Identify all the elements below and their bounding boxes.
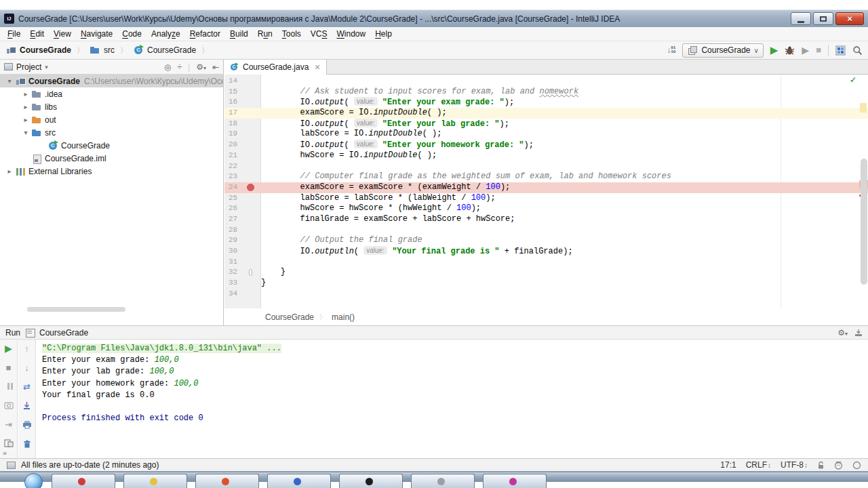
gutter-cell[interactable] — [245, 108, 261, 119]
softwrap-icon[interactable]: ⇄ — [22, 381, 33, 392]
tree-item-out[interactable]: ▸out — [0, 113, 223, 126]
taskbar-button-1[interactable] — [52, 474, 115, 488]
line-number[interactable]: 28 — [224, 225, 245, 236]
tree-item-external-libraries[interactable]: ▸External Libraries — [0, 165, 223, 178]
run-console-output[interactable]: "C:\Program Files\Java\jdk1.8.0_131\bin\… — [42, 343, 861, 424]
taskbar-button-7[interactable] — [483, 474, 547, 488]
menu-view[interactable]: View — [49, 28, 76, 40]
collapse-all-icon[interactable]: ÷ — [177, 62, 182, 72]
code-editor[interactable]: 1415 // Ask student to input scores for … — [224, 75, 868, 308]
code-line-25[interactable]: 25 labScore = labScore * (labWeight / 10… — [224, 193, 868, 204]
window-titlebar[interactable]: IJ CourseGrade [C:\Users\user\Work\Курсы… — [0, 9, 868, 27]
taskbar-button-3[interactable] — [195, 474, 259, 488]
debug-button[interactable] — [785, 45, 795, 56]
line-number[interactable]: 31 — [224, 257, 245, 268]
gutter-cell[interactable] — [245, 87, 261, 98]
code-line-23[interactable]: 23 // Computer final grade as the weight… — [224, 171, 868, 182]
code-line-19[interactable]: 19 labScore = IO.inputDouble( ); — [224, 129, 868, 140]
line-number[interactable]: 26 — [224, 203, 245, 214]
line-number[interactable]: 33 — [224, 278, 245, 289]
project-tree-panel[interactable]: ▾CourseGradeC:\Users\user\Work\Курсы\Ude… — [0, 75, 224, 325]
update-project-icon[interactable]: ↓0110 — [667, 45, 675, 55]
hide-tool-window-icon[interactable] — [854, 329, 863, 337]
menu-analyze[interactable]: Analyze — [146, 28, 185, 40]
chevron-right-icon[interactable]: ▸ — [4, 167, 15, 175]
line-number[interactable]: 29 — [224, 235, 245, 246]
line-number[interactable]: 15 — [224, 87, 245, 98]
breadcrumb-src[interactable]: src — [104, 45, 115, 55]
gutter-cell[interactable] — [245, 289, 261, 300]
hide-panel-icon[interactable]: ⇤ — [212, 62, 219, 72]
run-panel-title[interactable]: Run — [5, 328, 20, 338]
gutter-cell[interactable] — [245, 150, 261, 161]
run-config-name[interactable]: CourseGrade — [39, 328, 88, 338]
more-actions-icon[interactable]: » — [3, 449, 7, 457]
code-line-24[interactable]: 24 examScore = examScore * (examWeight /… — [224, 182, 868, 193]
chevron-right-icon[interactable]: ▸ — [20, 90, 31, 98]
line-number[interactable]: 32 — [224, 267, 245, 278]
gutter-cell[interactable] — [245, 76, 261, 87]
caret-position[interactable]: 17:1 — [720, 460, 736, 470]
code-line-29[interactable]: 29 // Output the final grade — [224, 235, 868, 246]
locate-file-icon[interactable]: ◎ — [164, 62, 171, 72]
chevron-right-icon[interactable]: ▸ — [20, 116, 31, 123]
line-number[interactable]: 34 — [224, 289, 245, 300]
code-line-16[interactable]: 16 IO.output( value: "Enter your exam gr… — [224, 97, 868, 108]
next-occurrence-icon[interactable]: ↓ — [22, 362, 33, 373]
menu-navigate[interactable]: Navigate — [76, 28, 117, 40]
code-line-34[interactable]: 34 — [224, 289, 868, 300]
breakpoint-icon[interactable] — [247, 184, 254, 191]
run-configuration-select[interactable]: CourseGrade ∨ — [682, 43, 763, 58]
line-number[interactable]: 30 — [224, 246, 245, 257]
code-line-15[interactable]: 15 // Ask student to input scores for ex… — [224, 87, 868, 98]
hector-inspector-icon[interactable] — [834, 461, 843, 470]
taskbar-button-6[interactable] — [411, 474, 475, 488]
status-message[interactable]: All files are up-to-date (2 minutes ago) — [21, 460, 159, 470]
inspections-ok-icon[interactable]: ✓ — [850, 75, 856, 85]
gutter-cell[interactable] — [245, 267, 261, 278]
tree-item-coursegrade-iml[interactable]: CourseGrade.iml — [0, 152, 223, 165]
vertical-scrollbar[interactable] — [861, 159, 867, 285]
menu-build[interactable]: Build — [225, 28, 253, 40]
line-number[interactable]: 14 — [224, 76, 245, 87]
gutter-cell[interactable] — [245, 171, 261, 182]
line-number[interactable]: 22 — [224, 161, 245, 172]
tree-item-coursegrade[interactable]: CourseGrade — [0, 139, 223, 152]
menu-tools[interactable]: Tools — [277, 28, 306, 40]
clear-console-trash-icon[interactable] — [22, 438, 33, 449]
code-line-32[interactable]: 32 } — [224, 267, 868, 278]
code-line-30[interactable]: 30 IO.outputln( value: "Your final grade… — [224, 246, 868, 257]
breadcrumb-method[interactable]: main() — [332, 312, 355, 322]
taskbar-button-5[interactable] — [339, 474, 403, 488]
scroll-to-end-icon[interactable] — [22, 400, 33, 411]
code-line-22[interactable]: 22 — [224, 161, 868, 172]
rerun-button[interactable]: ▶ — [3, 343, 14, 354]
menu-window[interactable]: Window — [332, 28, 370, 40]
maximize-button[interactable] — [813, 12, 833, 25]
stripe-mark-current-line[interactable] — [860, 103, 867, 113]
gutter-cell[interactable] — [245, 214, 261, 225]
line-number[interactable]: 17 — [224, 108, 245, 119]
code-line-20[interactable]: 20 IO.output( value: "Enter your homewor… — [224, 140, 868, 150]
toggle-toolwindows-icon[interactable] — [7, 462, 16, 469]
horizontal-scrollbar[interactable] — [27, 307, 125, 312]
close-button[interactable]: × — [835, 12, 864, 25]
gutter-cell[interactable] — [245, 278, 261, 289]
taskbar-button-2[interactable] — [123, 474, 187, 488]
code-line-27[interactable]: 27 finalGrade = examScore + labScore + h… — [224, 214, 868, 225]
gutter-cell[interactable] — [245, 225, 261, 236]
tree-item--idea[interactable]: ▸.idea — [0, 87, 223, 100]
settings-gear-icon[interactable]: ⚙▾ — [837, 328, 848, 338]
breadcrumb-class[interactable]: CourseGrade — [147, 45, 196, 55]
gutter-cell[interactable] — [245, 246, 261, 257]
tab-close-icon[interactable]: ✕ — [314, 63, 320, 72]
gutter-cell[interactable] — [245, 97, 261, 108]
menu-help[interactable]: Help — [370, 28, 397, 40]
line-ending-indicator[interactable]: CRLF↕ — [746, 460, 771, 470]
gutter-cell[interactable] — [245, 129, 261, 140]
line-number[interactable]: 19 — [224, 129, 245, 140]
menu-code[interactable]: Code — [117, 28, 146, 40]
lock-icon[interactable] — [817, 461, 825, 470]
code-line-21[interactable]: 21 hwScore = IO.inputDouble( ); — [224, 150, 868, 161]
taskbar-button-4[interactable] — [267, 474, 331, 488]
